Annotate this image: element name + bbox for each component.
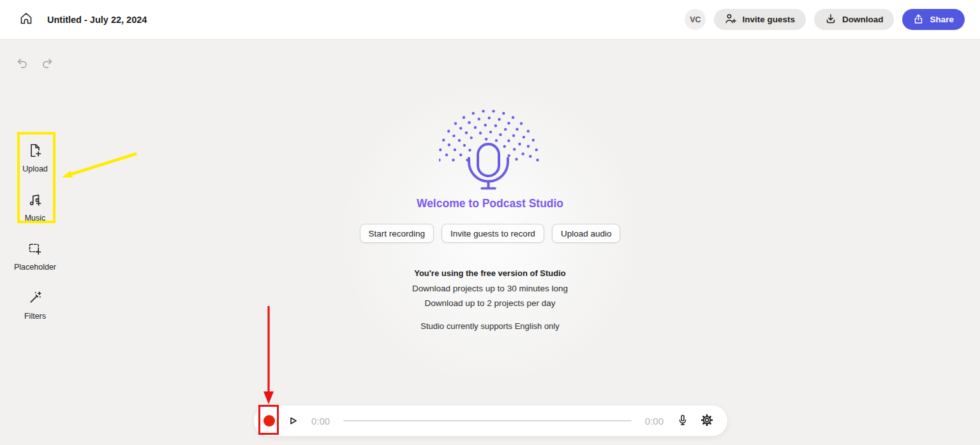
undo-button[interactable]	[15, 56, 29, 70]
share-button[interactable]: Share	[902, 9, 965, 30]
duration-time: 0:00	[642, 416, 664, 427]
play-icon	[286, 420, 300, 430]
elapsed-time: 0:00	[311, 416, 333, 427]
topbar: Untitled - July 22, 2024 VC Invite guest…	[0, 0, 980, 40]
free-plan-line: Download projects up to 30 minutes long	[412, 284, 568, 293]
redo-button[interactable]	[40, 56, 54, 70]
share-label: Share	[930, 15, 954, 24]
home-button[interactable]	[15, 9, 37, 31]
invite-guests-to-record-button[interactable]: Invite guests to record	[442, 224, 544, 243]
mic-input-button[interactable]	[675, 413, 690, 428]
download-button[interactable]: Download	[814, 9, 895, 30]
topbar-actions: VC Invite guests	[685, 9, 965, 30]
welcome-panel: Welcome to Podcast Studio Start recordin…	[0, 108, 980, 331]
microphone-icon	[676, 414, 689, 428]
welcome-actions: Start recording Invite guests to record …	[360, 224, 621, 243]
home-icon	[19, 11, 33, 27]
download-icon	[825, 13, 836, 26]
gear-icon	[701, 414, 713, 428]
redo-icon	[40, 62, 54, 72]
settings-button[interactable]	[699, 413, 715, 428]
record-button[interactable]	[264, 415, 275, 427]
seek-bar[interactable]	[343, 420, 632, 421]
download-label: Download	[842, 15, 884, 24]
upload-audio-button[interactable]: Upload audio	[552, 224, 621, 243]
share-icon	[913, 13, 924, 26]
user-avatar[interactable]: VC	[685, 9, 706, 30]
microphone-illustration	[439, 108, 541, 193]
player-bar: 0:00 0:00	[254, 405, 727, 436]
invite-guests-label: Invite guests	[742, 15, 795, 24]
free-plan-info: You're using the free version of Studio …	[412, 268, 568, 331]
welcome-heading: Welcome to Podcast Studio	[417, 198, 563, 210]
free-plan-title: You're using the free version of Studio	[412, 268, 568, 278]
start-recording-button[interactable]: Start recording	[360, 224, 434, 243]
invite-guests-button[interactable]: Invite guests	[714, 9, 806, 30]
free-plan-line: Download up to 2 projects per day	[412, 298, 568, 308]
project-title: Untitled - July 22, 2024	[47, 15, 147, 25]
person-plus-icon	[725, 13, 736, 26]
podcast-studio-app: Untitled - July 22, 2024 VC Invite guest…	[0, 0, 980, 445]
undo-icon	[15, 62, 29, 72]
history-controls	[15, 56, 54, 70]
studio-canvas: Upload Music	[0, 40, 980, 445]
language-note: Studio currently supports English only	[412, 321, 568, 331]
play-button[interactable]	[286, 414, 300, 428]
